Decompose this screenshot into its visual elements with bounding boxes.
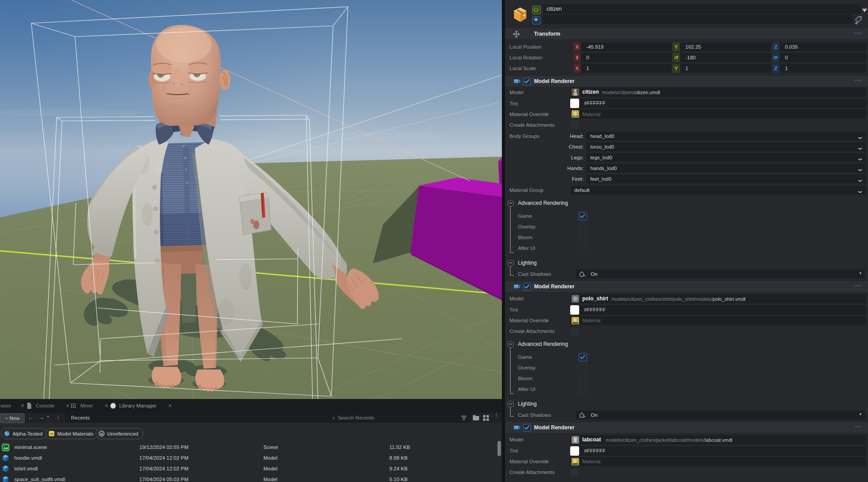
svg-text:VMAT: VMAT	[573, 116, 578, 117]
svg-text:M: M	[50, 432, 53, 436]
svg-text:U: U	[100, 432, 103, 436]
